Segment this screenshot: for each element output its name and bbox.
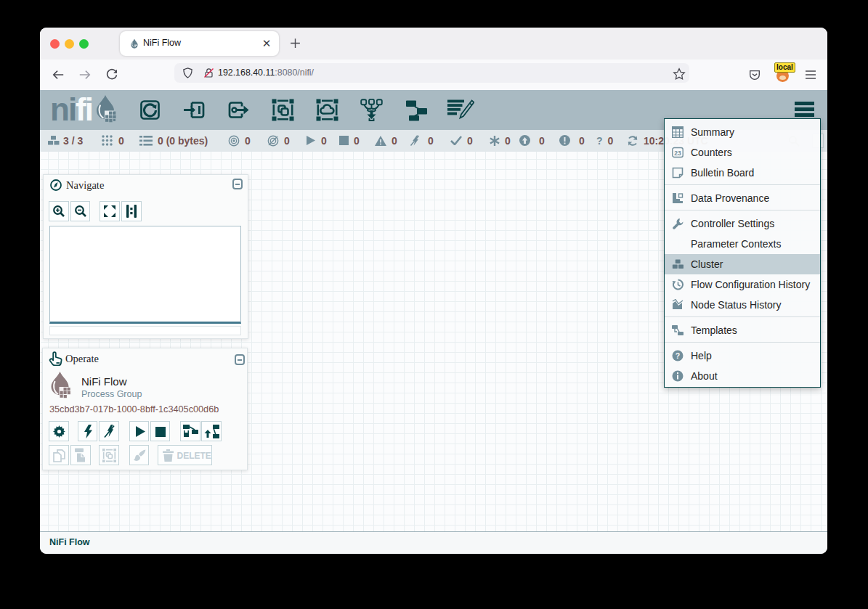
svg-text:23: 23 xyxy=(674,150,681,157)
svg-text:?: ? xyxy=(676,351,680,360)
